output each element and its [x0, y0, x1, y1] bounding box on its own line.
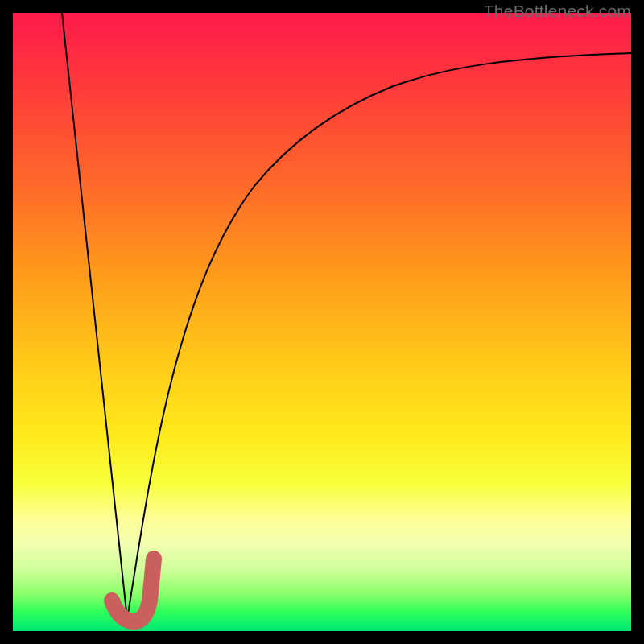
- right-rising-curve: [127, 53, 631, 619]
- chart-container: TheBottleneck.com: [0, 0, 644, 644]
- curve-layer: [13, 13, 631, 631]
- left-falling-line: [62, 13, 127, 619]
- j-marker: [112, 559, 154, 621]
- plot-area: [13, 13, 631, 631]
- attribution-text: TheBottleneck.com: [484, 2, 631, 21]
